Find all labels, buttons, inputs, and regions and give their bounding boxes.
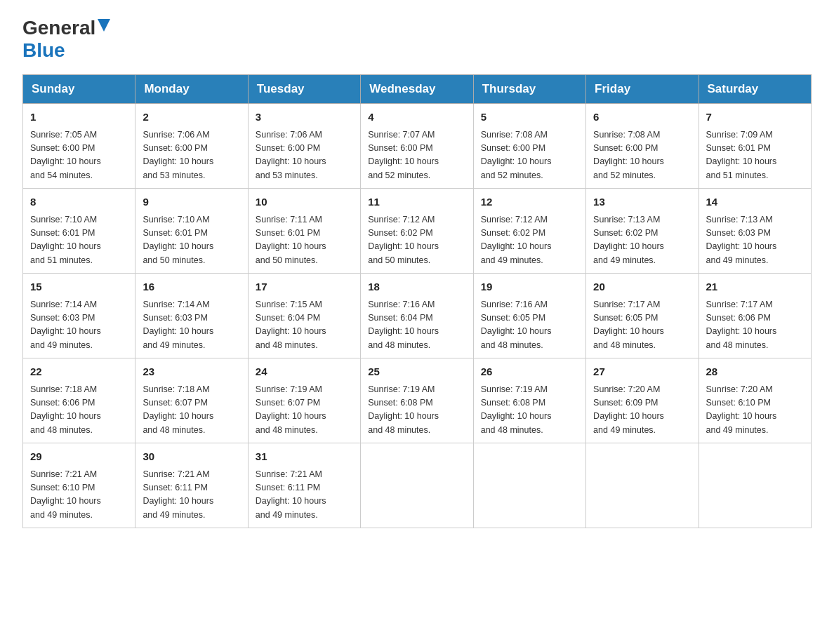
- day-info: Sunrise: 7:18 AMSunset: 6:06 PMDaylight:…: [30, 383, 128, 438]
- day-info: Sunrise: 7:21 AMSunset: 6:10 PMDaylight:…: [30, 468, 128, 523]
- day-info: Sunrise: 7:09 AMSunset: 6:01 PMDaylight:…: [706, 128, 804, 183]
- day-info: Sunrise: 7:12 AMSunset: 6:02 PMDaylight:…: [481, 213, 578, 268]
- day-info: Sunrise: 7:18 AMSunset: 6:07 PMDaylight:…: [143, 383, 240, 438]
- day-number: 2: [143, 109, 240, 126]
- calendar-week-row: 15Sunrise: 7:14 AMSunset: 6:03 PMDayligh…: [23, 274, 812, 358]
- day-number: 16: [143, 279, 240, 295]
- calendar-cell: [586, 443, 699, 528]
- day-info: Sunrise: 7:19 AMSunset: 6:07 PMDaylight:…: [256, 383, 353, 438]
- day-number: 23: [143, 364, 240, 380]
- calendar-cell: 27Sunrise: 7:20 AMSunset: 6:09 PMDayligh…: [586, 358, 699, 443]
- day-number: 20: [593, 279, 691, 295]
- day-info: Sunrise: 7:08 AMSunset: 6:00 PMDaylight:…: [481, 128, 578, 183]
- header-cell-sunday: Sunday: [23, 75, 135, 104]
- logo-blue: Blue: [22, 39, 65, 62]
- day-info: Sunrise: 7:16 AMSunset: 6:04 PMDaylight:…: [368, 298, 465, 353]
- calendar-cell: 20Sunrise: 7:17 AMSunset: 6:05 PMDayligh…: [586, 274, 699, 358]
- day-number: 17: [256, 279, 353, 295]
- calendar-cell: [473, 443, 585, 528]
- calendar-cell: 14Sunrise: 7:13 AMSunset: 6:03 PMDayligh…: [699, 189, 811, 274]
- svg-marker-0: [98, 19, 110, 32]
- calendar-cell: 17Sunrise: 7:15 AMSunset: 6:04 PMDayligh…: [248, 274, 360, 358]
- day-number: 13: [593, 194, 691, 210]
- calendar-cell: 26Sunrise: 7:19 AMSunset: 6:08 PMDayligh…: [473, 358, 585, 443]
- calendar-cell: 15Sunrise: 7:14 AMSunset: 6:03 PMDayligh…: [23, 274, 135, 358]
- day-number: 3: [256, 109, 353, 126]
- header-cell-wednesday: Wednesday: [361, 75, 473, 104]
- day-number: 29: [30, 449, 128, 465]
- day-info: Sunrise: 7:17 AMSunset: 6:05 PMDaylight:…: [593, 298, 691, 353]
- calendar-cell: 13Sunrise: 7:13 AMSunset: 6:02 PMDayligh…: [586, 189, 699, 274]
- day-number: 1: [30, 109, 128, 126]
- calendar-cell: 11Sunrise: 7:12 AMSunset: 6:02 PMDayligh…: [361, 189, 473, 274]
- calendar-header: SundayMondayTuesdayWednesdayThursdayFrid…: [23, 75, 812, 104]
- day-number: 8: [30, 194, 128, 210]
- day-number: 21: [706, 279, 804, 295]
- day-info: Sunrise: 7:20 AMSunset: 6:10 PMDaylight:…: [706, 383, 804, 438]
- day-info: Sunrise: 7:08 AMSunset: 6:00 PMDaylight:…: [593, 128, 691, 183]
- calendar-body: 1Sunrise: 7:05 AMSunset: 6:00 PMDaylight…: [23, 104, 812, 528]
- day-info: Sunrise: 7:21 AMSunset: 6:11 PMDaylight:…: [256, 468, 353, 523]
- logo: General Blue: [22, 17, 110, 62]
- calendar-week-row: 22Sunrise: 7:18 AMSunset: 6:06 PMDayligh…: [23, 358, 812, 443]
- header-cell-thursday: Thursday: [473, 75, 585, 104]
- calendar-cell: 4Sunrise: 7:07 AMSunset: 6:00 PMDaylight…: [361, 104, 473, 189]
- calendar-cell: 5Sunrise: 7:08 AMSunset: 6:00 PMDaylight…: [473, 104, 585, 189]
- calendar-week-row: 8Sunrise: 7:10 AMSunset: 6:01 PMDaylight…: [23, 189, 812, 274]
- day-number: 30: [143, 449, 240, 465]
- day-info: Sunrise: 7:21 AMSunset: 6:11 PMDaylight:…: [143, 468, 240, 523]
- calendar-cell: 2Sunrise: 7:06 AMSunset: 6:00 PMDaylight…: [135, 104, 248, 189]
- logo-general: General: [22, 17, 95, 39]
- day-info: Sunrise: 7:10 AMSunset: 6:01 PMDaylight:…: [30, 213, 128, 268]
- day-number: 10: [256, 194, 353, 210]
- day-number: 24: [256, 364, 353, 380]
- calendar-cell: 31Sunrise: 7:21 AMSunset: 6:11 PMDayligh…: [248, 443, 360, 528]
- calendar-cell: 12Sunrise: 7:12 AMSunset: 6:02 PMDayligh…: [473, 189, 585, 274]
- day-number: 11: [368, 194, 465, 210]
- day-info: Sunrise: 7:10 AMSunset: 6:01 PMDaylight:…: [143, 213, 240, 268]
- day-number: 22: [30, 364, 128, 380]
- day-number: 9: [143, 194, 240, 210]
- header-cell-monday: Monday: [135, 75, 248, 104]
- day-info: Sunrise: 7:14 AMSunset: 6:03 PMDaylight:…: [30, 298, 128, 353]
- day-info: Sunrise: 7:16 AMSunset: 6:05 PMDaylight:…: [481, 298, 578, 353]
- calendar-cell: 10Sunrise: 7:11 AMSunset: 6:01 PMDayligh…: [248, 189, 360, 274]
- calendar-cell: 30Sunrise: 7:21 AMSunset: 6:11 PMDayligh…: [135, 443, 248, 528]
- calendar-cell: [361, 443, 473, 528]
- day-info: Sunrise: 7:11 AMSunset: 6:01 PMDaylight:…: [256, 213, 353, 268]
- day-info: Sunrise: 7:13 AMSunset: 6:02 PMDaylight:…: [593, 213, 691, 268]
- day-info: Sunrise: 7:15 AMSunset: 6:04 PMDaylight:…: [256, 298, 353, 353]
- calendar-table: SundayMondayTuesdayWednesdayThursdayFrid…: [22, 74, 812, 528]
- calendar-cell: 28Sunrise: 7:20 AMSunset: 6:10 PMDayligh…: [699, 358, 811, 443]
- day-number: 5: [481, 109, 578, 126]
- day-info: Sunrise: 7:06 AMSunset: 6:00 PMDaylight:…: [143, 128, 240, 183]
- calendar-cell: [699, 443, 811, 528]
- calendar-cell: 3Sunrise: 7:06 AMSunset: 6:00 PMDaylight…: [248, 104, 360, 189]
- day-number: 27: [593, 364, 691, 380]
- day-info: Sunrise: 7:17 AMSunset: 6:06 PMDaylight:…: [706, 298, 804, 353]
- day-number: 4: [368, 109, 465, 126]
- calendar-cell: 19Sunrise: 7:16 AMSunset: 6:05 PMDayligh…: [473, 274, 585, 358]
- day-number: 18: [368, 279, 465, 295]
- calendar-cell: 21Sunrise: 7:17 AMSunset: 6:06 PMDayligh…: [699, 274, 811, 358]
- day-number: 14: [706, 194, 804, 210]
- day-info: Sunrise: 7:19 AMSunset: 6:08 PMDaylight:…: [481, 383, 578, 438]
- page-header: General Blue: [22, 17, 812, 62]
- day-number: 26: [481, 364, 578, 380]
- calendar-week-row: 1Sunrise: 7:05 AMSunset: 6:00 PMDaylight…: [23, 104, 812, 189]
- day-info: Sunrise: 7:19 AMSunset: 6:08 PMDaylight:…: [368, 383, 465, 438]
- calendar-cell: 23Sunrise: 7:18 AMSunset: 6:07 PMDayligh…: [135, 358, 248, 443]
- calendar-cell: 16Sunrise: 7:14 AMSunset: 6:03 PMDayligh…: [135, 274, 248, 358]
- day-number: 15: [30, 279, 128, 295]
- day-info: Sunrise: 7:07 AMSunset: 6:00 PMDaylight:…: [368, 128, 465, 183]
- calendar-cell: 29Sunrise: 7:21 AMSunset: 6:10 PMDayligh…: [23, 443, 135, 528]
- calendar-cell: 22Sunrise: 7:18 AMSunset: 6:06 PMDayligh…: [23, 358, 135, 443]
- day-number: 19: [481, 279, 578, 295]
- day-number: 7: [706, 109, 804, 126]
- day-info: Sunrise: 7:12 AMSunset: 6:02 PMDaylight:…: [368, 213, 465, 268]
- day-number: 31: [256, 449, 353, 465]
- day-info: Sunrise: 7:13 AMSunset: 6:03 PMDaylight:…: [706, 213, 804, 268]
- calendar-cell: 8Sunrise: 7:10 AMSunset: 6:01 PMDaylight…: [23, 189, 135, 274]
- day-info: Sunrise: 7:06 AMSunset: 6:00 PMDaylight:…: [256, 128, 353, 183]
- header-cell-tuesday: Tuesday: [248, 75, 360, 104]
